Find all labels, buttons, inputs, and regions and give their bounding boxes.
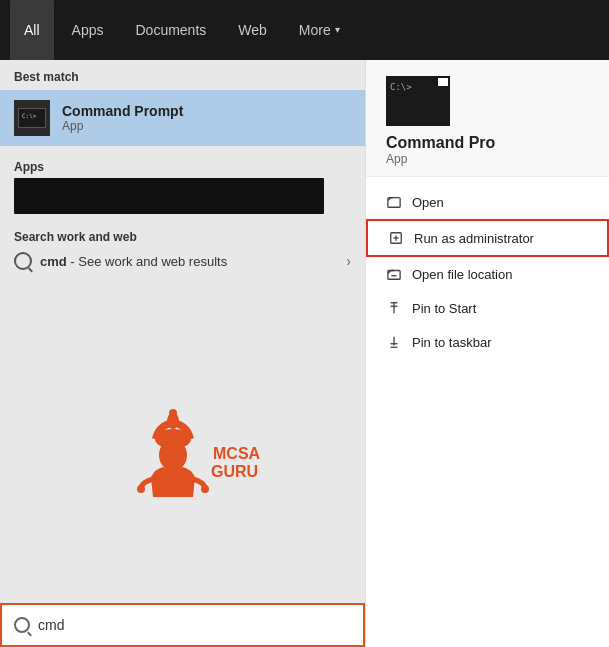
best-match-item[interactable]: Command Prompt App [0,90,365,146]
command-prompt-icon [14,100,50,136]
location-icon [386,266,402,282]
menu-item-run-admin[interactable]: Run as administrator [366,219,609,257]
menu-item-pin-taskbar[interactable]: Pin to taskbar [366,325,609,359]
bottom-search-bar[interactable]: cmd [0,603,365,647]
nav-item-all[interactable]: All [10,0,54,60]
context-menu: Open Run as administrator [366,177,609,367]
open-icon [386,194,402,210]
search-icon [14,617,30,633]
menu-item-open-location-label: Open file location [412,267,512,282]
logo-area: MCSA GURU [0,280,365,603]
nav-label-documents: Documents [135,0,206,60]
nav-item-documents[interactable]: Documents [121,0,220,60]
search-work-web-section: Search work and web cmd - See work and w… [0,220,365,280]
cmd-icon-inner [18,108,46,128]
nav-item-web[interactable]: Web [224,0,281,60]
nav-label-all: All [24,0,40,60]
apps-label: Apps [14,156,351,178]
app-preview-type: App [386,152,407,166]
search-web-suffix: - See work and web results [67,254,227,269]
app-preview-name: Command Pro [386,134,495,152]
nav-item-apps[interactable]: Apps [58,0,118,60]
search-web-item[interactable]: cmd - See work and web results › [14,252,351,270]
search-web-arrow-icon: › [346,253,351,269]
menu-item-open-location[interactable]: Open file location [366,257,609,291]
svg-point-5 [201,485,209,493]
logo-svg: MCSA GURU [93,387,273,497]
search-circle-icon [14,252,32,270]
apps-section: Apps [0,150,365,220]
svg-text:GURU: GURU [211,463,258,480]
best-match-app-name: Command Prompt [62,103,183,119]
search-web-query: cmd - See work and web results [40,254,227,269]
menu-item-open[interactable]: Open [366,185,609,219]
pin-icon [386,300,402,316]
nav-label-web: Web [238,0,267,60]
svg-point-3 [169,409,177,417]
apps-bar [14,178,324,214]
menu-item-run-admin-label: Run as administrator [414,231,534,246]
top-navigation: All Apps Documents Web More ▾ [0,0,609,60]
menu-item-pin-start[interactable]: Pin to Start [366,291,609,325]
svg-point-4 [137,485,145,493]
right-panel: Command Pro App Open [365,60,609,647]
chevron-down-icon: ▾ [335,0,340,60]
mcsa-guru-logo: MCSA GURU [93,387,273,497]
menu-item-open-label: Open [412,195,444,210]
app-preview-icon [386,76,450,126]
main-area: Best match Command Prompt App Apps Searc… [0,60,609,647]
app-preview-section: Command Pro App [366,60,609,177]
nav-label-apps: Apps [72,0,104,60]
search-input-value[interactable]: cmd [38,617,64,633]
taskbar-icon [386,334,402,350]
nav-item-more[interactable]: More ▾ [285,0,354,60]
menu-item-pin-taskbar-label: Pin to taskbar [412,335,492,350]
left-panel: Best match Command Prompt App Apps Searc… [0,60,365,647]
svg-text:MCSA: MCSA [213,445,261,462]
menu-item-pin-start-label: Pin to Start [412,301,476,316]
icon-white-corner [438,78,448,86]
best-match-label: Best match [0,60,365,90]
admin-icon [388,230,404,246]
nav-label-more: More [299,0,331,60]
best-match-text: Command Prompt App [62,103,183,133]
search-web-cmd: cmd [40,254,67,269]
search-web-label: Search work and web [14,230,351,244]
best-match-app-type: App [62,119,183,133]
